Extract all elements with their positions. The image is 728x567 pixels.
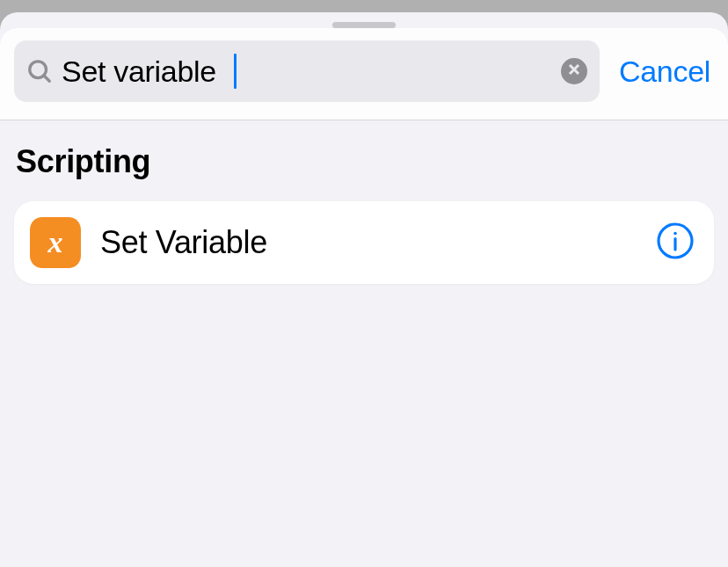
search-field[interactable] <box>14 40 600 102</box>
variable-icon-glyph: x <box>48 226 63 259</box>
search-input[interactable] <box>62 55 561 89</box>
svg-point-5 <box>673 232 677 236</box>
search-input-wrap <box>62 40 561 102</box>
clear-search-button[interactable] <box>561 58 587 84</box>
section-header-scripting: Scripting <box>14 143 714 180</box>
cancel-button[interactable]: Cancel <box>619 55 714 89</box>
action-result-set-variable[interactable]: x Set Variable <box>14 201 714 284</box>
info-button[interactable] <box>656 223 695 262</box>
search-bar: Cancel <box>0 28 728 120</box>
results-content: Scripting x Set Variable <box>0 120 728 567</box>
action-label: Set Variable <box>100 224 656 261</box>
svg-line-1 <box>44 76 49 81</box>
variable-icon: x <box>30 217 81 268</box>
text-caret <box>234 54 237 89</box>
action-search-sheet: Cancel Scripting x Set Variable <box>0 12 728 567</box>
info-icon <box>656 222 695 264</box>
close-icon <box>568 63 580 79</box>
drag-handle[interactable] <box>332 22 396 28</box>
search-icon <box>26 58 53 84</box>
